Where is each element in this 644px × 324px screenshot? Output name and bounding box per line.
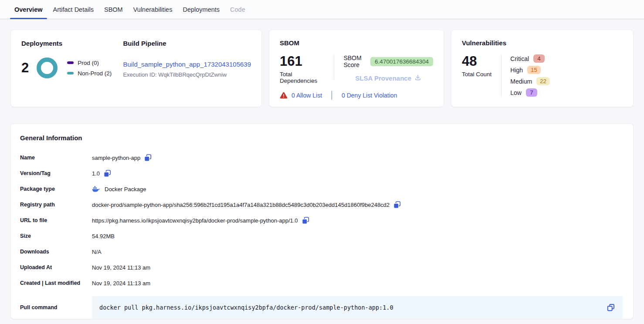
- vulnerabilities-divider: [501, 54, 502, 96]
- created-modified-value: Nov 19, 2024 11:13 am: [92, 280, 150, 287]
- deployments-legend: Prod (0) Non-Prod (2): [67, 60, 112, 77]
- row-downloads: Downloads N/A: [20, 244, 623, 260]
- registry-path-value: docker-prod/sample-python-app/sha256:596…: [92, 202, 390, 208]
- severity-row-high: High 15: [510, 66, 550, 74]
- vulnerabilities-total-stat: 48 Total Count: [462, 54, 491, 97]
- legend-item-nonprod: Non-Prod (2): [67, 70, 112, 77]
- version-tag-value: 1.0: [92, 170, 100, 177]
- vulnerabilities-total-count: 48: [462, 54, 491, 69]
- tab-code: Code: [226, 0, 250, 19]
- copy-icon[interactable]: [393, 201, 401, 209]
- prod-label: Prod (0): [78, 60, 99, 66]
- medium-label: Medium: [510, 78, 532, 85]
- row-name: Name sample-python-app: [20, 150, 623, 165]
- copy-icon[interactable]: [104, 170, 111, 177]
- row-registry-path: Registry path docker-prod/sample-python-…: [20, 197, 623, 213]
- name-value: sample-python-app: [92, 155, 140, 161]
- downloads-value: N/A: [92, 249, 102, 255]
- sbom-score-section: SBOM Score 6.470017636684304 SLSA Proven…: [343, 54, 433, 84]
- low-label: Low: [510, 89, 522, 96]
- row-url-to-file: URL to file https://pkg.harness.io/ikpsj…: [20, 213, 623, 228]
- uploaded-at-value: Nov 19, 2024 11:13 am: [92, 264, 150, 271]
- build-pipeline-link[interactable]: Build_sample_python_app_1732043105639: [123, 61, 251, 68]
- downloads-label: Downloads: [20, 249, 92, 255]
- warning-triangle-icon: [280, 92, 288, 99]
- deny-list-link[interactable]: 0 Deny List Violation: [342, 92, 397, 99]
- links-separator: [332, 91, 332, 100]
- critical-label: Critical: [510, 55, 529, 62]
- sbom-total-dependencies: 161: [280, 54, 325, 69]
- row-pull-command: Pull command docker pull pkg.harness.io/…: [20, 296, 623, 319]
- general-information-card: General Information Name sample-python-a…: [10, 123, 634, 319]
- slsa-provenance-label: SLSA Provenance: [355, 74, 411, 82]
- pull-command-box: docker pull pkg.harness.io/ikpsjoavtcwxn…: [92, 296, 623, 319]
- tab-sbom[interactable]: SBOM: [100, 0, 127, 19]
- page-content: Deployments 2 Prod (0) Non-Prod (2): [0, 19, 644, 319]
- legend-item-prod: Prod (0): [67, 60, 112, 66]
- nonprod-swatch: [67, 72, 74, 74]
- deployments-donut-chart: [37, 57, 58, 78]
- package-type-label: Package type: [20, 186, 92, 192]
- sbom-score-label: SBOM Score: [343, 54, 366, 68]
- tab-vulnerabilities[interactable]: Vulnerabilities: [129, 0, 177, 19]
- deployments-title: Deployments: [21, 40, 123, 47]
- url-to-file-label: URL to file: [20, 217, 92, 223]
- row-package-type: Package type Docker Package: [20, 181, 623, 197]
- general-information-title: General Information: [20, 134, 623, 142]
- vulnerabilities-card: Vulnerabilities 48 Total Count Critical …: [451, 30, 634, 107]
- nonprod-label: Non-Prod (2): [78, 70, 112, 77]
- vulnerabilities-title: Vulnerabilities: [462, 39, 623, 47]
- row-created-modified: Created | Last modified Nov 19, 2024 11:…: [20, 275, 623, 291]
- low-count-badge: 7: [526, 88, 537, 97]
- deployments-card: Deployments 2 Prod (0) Non-Prod (2): [10, 30, 262, 107]
- deployments-section: Deployments 2 Prod (0) Non-Prod (2): [21, 40, 123, 97]
- size-value: 54.92MB: [92, 233, 115, 240]
- critical-count-badge: 4: [533, 54, 545, 63]
- sbom-card: SBOM 161 Total Dependencies SBOM Score 6…: [269, 30, 444, 107]
- uploaded-at-label: Uploaded At: [20, 264, 92, 270]
- high-count-badge: 15: [527, 66, 541, 74]
- sbom-title: SBOM: [280, 39, 433, 47]
- build-pipeline-title: Build Pipeline: [123, 40, 251, 47]
- row-size: Size 54.92MB: [20, 228, 623, 244]
- docker-icon: [92, 186, 100, 192]
- tab-deployments[interactable]: Deployments: [178, 0, 224, 19]
- severity-list: Critical 4 High 15 Medium 22 Low 7: [510, 54, 550, 97]
- slsa-provenance-link[interactable]: SLSA Provenance: [343, 74, 433, 82]
- size-label: Size: [20, 233, 92, 239]
- general-information-rows: Name sample-python-app Version/Tag 1.0: [20, 150, 623, 319]
- severity-row-low: Low 7: [510, 88, 550, 97]
- allow-list-link[interactable]: 0 Allow List: [291, 92, 322, 99]
- pull-command-value: docker pull pkg.harness.io/ikpsjoavtcwxn…: [99, 304, 607, 311]
- sbom-policy-links: 0 Allow List 0 Deny List Violation: [280, 91, 397, 100]
- registry-path-label: Registry path: [20, 202, 92, 208]
- vulnerabilities-total-label: Total Count: [462, 71, 491, 78]
- execution-id-text: Execution ID: WqkTilbBRqecQrpDtZwniw: [123, 71, 251, 78]
- row-version-tag: Version/Tag 1.0: [20, 165, 623, 181]
- severity-row-medium: Medium 22: [510, 77, 550, 85]
- tab-artifact-details[interactable]: Artifact Details: [49, 0, 98, 19]
- prod-swatch: [67, 61, 74, 64]
- deployments-total-count: 2: [21, 60, 29, 76]
- sbom-score-badge: 6.470017636684304: [370, 57, 433, 66]
- download-icon: [414, 74, 421, 82]
- severity-row-critical: Critical 4: [510, 54, 550, 63]
- copy-icon[interactable]: [144, 154, 152, 162]
- row-uploaded-at: Uploaded At Nov 19, 2024 11:13 am: [20, 260, 623, 275]
- tab-bar: Overview Artifact Details SBOM Vulnerabi…: [0, 0, 644, 19]
- copy-outline-icon[interactable]: [607, 304, 615, 311]
- package-type-value: Docker Package: [105, 186, 146, 192]
- summary-cards-row: Deployments 2 Prod (0) Non-Prod (2): [10, 30, 634, 107]
- pull-command-label: Pull command: [20, 304, 92, 310]
- sbom-dependency-stat: 161 Total Dependencies: [280, 54, 325, 84]
- sbom-divider: [334, 54, 334, 80]
- created-modified-label: Created | Last modified: [20, 280, 92, 286]
- name-label: Name: [20, 155, 92, 161]
- version-tag-label: Version/Tag: [20, 170, 92, 176]
- high-label: High: [510, 67, 523, 74]
- build-pipeline-section: Build Pipeline Build_sample_python_app_1…: [123, 40, 251, 97]
- tab-overview[interactable]: Overview: [10, 0, 47, 19]
- url-to-file-value: https://pkg.harness.io/ikpsjoavtcwxnqisy…: [92, 217, 298, 224]
- sbom-total-dependencies-label: Total Dependencies: [280, 71, 325, 84]
- copy-icon[interactable]: [302, 217, 309, 224]
